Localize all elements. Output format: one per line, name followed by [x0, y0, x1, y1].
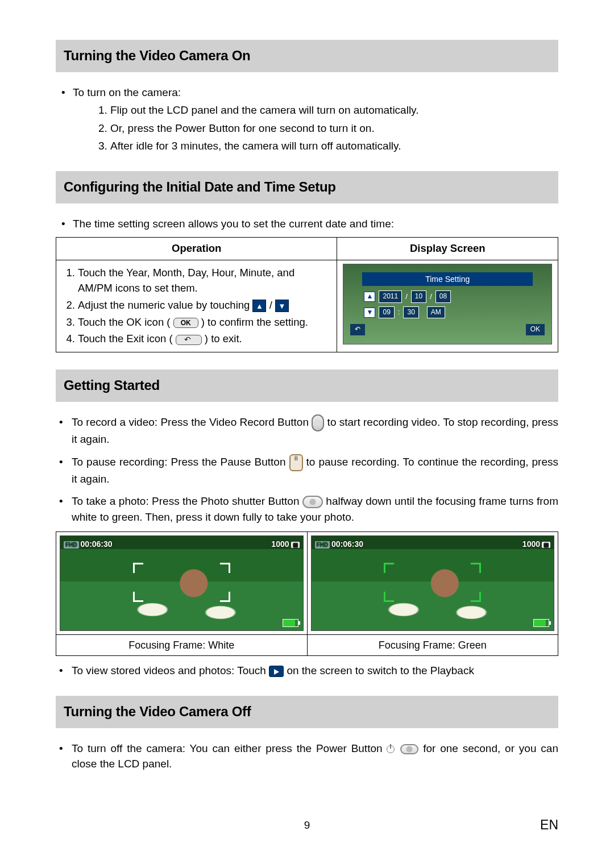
ds-arrow-down-icon: ▼	[364, 308, 375, 318]
ds-sep: /	[405, 292, 408, 302]
focus-frame-white-image: FHD00:06:30 1000▤	[60, 535, 304, 631]
getting-started-list: To record a video: Press the Video Recor…	[56, 414, 558, 525]
ds-hour: 09	[379, 306, 394, 318]
focus-frame-white-cell: FHD00:06:30 1000▤ Focusing Frame: White	[56, 532, 308, 655]
ff-timer: 00:06:30	[81, 539, 113, 549]
video-record-button-icon	[312, 414, 324, 431]
gs-view: To view stored videos and photos: Touch …	[56, 663, 558, 679]
gs-text: To view stored videos and photos: Touch	[72, 665, 269, 676]
page-footer: 9 EN	[56, 817, 558, 833]
op-text: ) to exit.	[202, 333, 242, 344]
gs-text: To take a photo: Press the Photo shutter…	[72, 495, 302, 507]
op-text: Touch the OK icon (	[78, 316, 173, 328]
power-button-icon	[400, 744, 418, 754]
ds-back-icon: ↶	[350, 324, 365, 335]
op-step-3: Touch the OK icon ( OK ) to confirm the …	[78, 315, 331, 330]
section-heading-getting-started: Getting Started	[56, 369, 558, 402]
turn-off-item: To turn off the camera: You can either p…	[56, 741, 558, 772]
col-display: Display Screen	[337, 238, 558, 260]
display-cell: Time Setting ▲ 2011 / 10 / 08 ▼ 09 : 30 …	[337, 260, 558, 352]
op-step-2: Adjust the numeric value by touching ▲ /…	[78, 298, 331, 313]
ds-sep: /	[430, 292, 432, 302]
gs-text: To record a video: Press the Video Recor…	[72, 416, 312, 428]
ff-label-white: Focusing Frame: White	[56, 634, 307, 655]
exit-icon	[176, 335, 202, 345]
time-setting-display: Time Setting ▲ 2011 / 10 / 08 ▼ 09 : 30 …	[343, 264, 552, 344]
focus-brackets-green	[384, 563, 481, 603]
photo-shutter-button-icon	[302, 496, 323, 508]
gs-text: on the screen to switch to the Playback	[287, 665, 474, 676]
to-text: To turn off the camera: You can either p…	[72, 742, 387, 754]
configure-intro: The time setting screen allows you to se…	[73, 216, 558, 232]
configure-bullet: The time setting screen allows you to se…	[56, 216, 558, 232]
ds-ok-icon: OK	[526, 324, 545, 335]
configure-table: Operation Display Screen Touch the Year,…	[56, 237, 558, 352]
ds-title: Time Setting	[362, 272, 533, 286]
section-heading-turn-off: Turning the Video Camera Off	[56, 696, 558, 728]
ds-year: 2011	[379, 290, 402, 302]
power-icon	[387, 745, 395, 753]
turn-on-bullet: To turn on the camera: Flip out the LCD …	[56, 85, 558, 154]
fhd-badge: FHD	[64, 541, 79, 549]
section-heading-configure: Configuring the Initial Date and Time Se…	[56, 171, 558, 203]
ds-arrow-up-icon: ▲	[364, 292, 375, 302]
pause-button-icon	[289, 454, 303, 471]
gs-pause: To pause recording: Press the Pause Butt…	[56, 454, 558, 487]
focus-frame-row: FHD00:06:30 1000▤ Focusing Frame: White …	[56, 531, 558, 656]
section-heading-turn-on: Turning the Video Camera On	[56, 40, 558, 72]
ff-timer: 00:06:30	[331, 539, 363, 549]
op-text: /	[269, 299, 275, 311]
turn-on-step: Or, press the Power Button for one secon…	[110, 121, 558, 136]
gs-record: To record a video: Press the Video Recor…	[56, 414, 558, 447]
op-text: ) to confirm the setting.	[198, 316, 308, 328]
ds-day: 08	[435, 290, 451, 302]
sd-card-icon: ▤	[291, 542, 300, 548]
arrow-down-icon: ▼	[275, 300, 289, 312]
fhd-badge: FHD	[315, 541, 330, 549]
ds-sep: :	[398, 307, 400, 318]
playback-icon	[269, 666, 284, 677]
focus-brackets-white	[133, 563, 230, 603]
language-badge: EN	[540, 816, 558, 834]
turn-on-intro: To turn on the camera:	[73, 86, 181, 98]
turn-on-step: Flip out the LCD panel and the camera wi…	[110, 102, 558, 118]
ff-count: 1000	[271, 539, 289, 549]
ok-icon: OK	[173, 318, 198, 328]
gs-photo: To take a photo: Press the Photo shutter…	[56, 493, 558, 525]
ff-count: 1000	[522, 539, 540, 549]
arrow-up-icon: ▲	[252, 300, 266, 312]
gs-text: To pause recording: Press the Pause Butt…	[72, 456, 289, 468]
ds-month: 10	[411, 290, 426, 302]
battery-icon	[533, 619, 549, 627]
focus-frame-green-image: FHD00:06:30 1000▤	[311, 535, 555, 631]
col-operation: Operation	[56, 238, 337, 260]
op-step-1: Touch the Year, Month, Day, Hour, Minute…	[78, 265, 331, 296]
op-text: Adjust the numeric value by touching	[78, 299, 252, 311]
sd-card-icon: ▤	[542, 542, 550, 548]
turn-off-list: To turn off the camera: You can either p…	[56, 741, 558, 772]
op-text: Touch the Exit icon (	[78, 333, 176, 344]
op-step-4: Touch the Exit icon ( ) to exit.	[78, 331, 331, 347]
getting-started-list-2: To view stored videos and photos: Touch …	[56, 663, 558, 679]
page-number: 9	[56, 817, 558, 833]
battery-icon	[283, 619, 298, 627]
ff-label-green: Focusing Frame: Green	[308, 634, 558, 655]
ds-minute: 30	[403, 306, 418, 318]
operation-cell: Touch the Year, Month, Day, Hour, Minute…	[56, 260, 337, 352]
turn-on-step: After idle for 3 minutes, the camera wil…	[110, 138, 558, 154]
ds-ampm: AM	[427, 306, 445, 318]
turn-on-steps: Flip out the LCD panel and the camera wi…	[73, 102, 558, 154]
focus-frame-green-cell: FHD00:06:30 1000▤ Focusing Frame: Green	[308, 532, 558, 655]
